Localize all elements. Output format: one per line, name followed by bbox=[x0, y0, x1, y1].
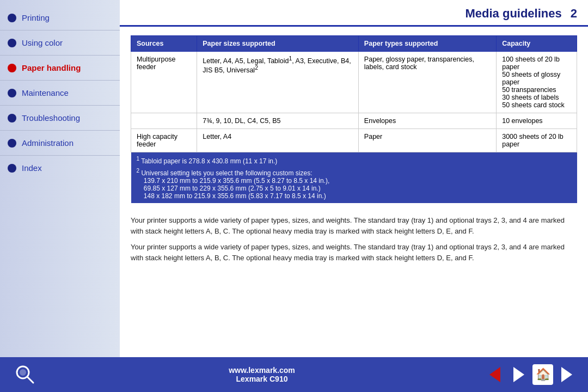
sidebar-item-index[interactable]: Index bbox=[0, 156, 120, 180]
home-icon: 🏠 bbox=[536, 367, 550, 382]
table-row-multipurpose: Multipurpose feeder Letter, A4, A5, Lega… bbox=[131, 52, 577, 113]
sidebar-label-paper-handling: Paper handling bbox=[22, 63, 81, 72]
footnote-2: 2 Universal setting lets you select the … bbox=[137, 168, 572, 200]
col-header-sources: Sources bbox=[131, 36, 197, 52]
cell-sizes-2: 7¾, 9, 10, DL, C4, C5, B5 bbox=[197, 113, 359, 129]
body-text: Your printer supports a wide variety of … bbox=[120, 209, 588, 270]
sidebar-dot-printing bbox=[8, 14, 16, 22]
page-title: Media guidelines bbox=[465, 7, 561, 21]
table-row-envelopes: 7¾, 9, 10, DL, C4, C5, B5 Envelopes 10 e… bbox=[131, 113, 577, 129]
nav-next-small-button[interactable] bbox=[509, 364, 529, 385]
footnote-cell: 1 Tabloid paper is 278.8 x 430.8 mm (11 … bbox=[131, 152, 577, 204]
svg-line-1 bbox=[27, 377, 33, 383]
footer-navigation: 🏠 bbox=[485, 364, 577, 385]
table-container: Sources Paper sizes supported Paper type… bbox=[120, 27, 588, 209]
prev-arrow-icon bbox=[489, 367, 500, 382]
sidebar-label-administration: Administration bbox=[22, 138, 74, 148]
table-row-high-capacity: High capacity feeder Letter, A4 Paper 30… bbox=[131, 129, 577, 152]
nav-home-button[interactable]: 🏠 bbox=[532, 364, 553, 385]
cell-source-1: Multipurpose feeder bbox=[131, 52, 197, 113]
sidebar-item-printing[interactable]: Printing bbox=[0, 5, 120, 30]
footnote-1: 1 Tabloid paper is 278.8 x 430.8 mm (11 … bbox=[137, 156, 572, 165]
cell-source-2 bbox=[131, 113, 197, 129]
sidebar-dot-troubleshooting bbox=[8, 114, 16, 122]
cell-sizes-1: Letter, A4, A5, Legal, Tabloid1, A3, Exe… bbox=[197, 52, 359, 113]
page-number: 2 bbox=[571, 7, 577, 21]
cell-types-2: Envelopes bbox=[358, 113, 496, 129]
cell-types-1: Paper, glossy paper, transparencies, lab… bbox=[358, 52, 496, 113]
sidebar-label-printing: Printing bbox=[22, 13, 50, 22]
sidebar-label-index: Index bbox=[22, 163, 42, 173]
sidebar: Printing Using color Paper handling Main… bbox=[0, 0, 120, 357]
content-area: Media guidelines 2 Sources Paper sizes s… bbox=[120, 0, 588, 357]
footer-url: www.lexmark.com bbox=[229, 366, 295, 375]
footer-center: www.lexmark.com Lexmark C910 bbox=[229, 366, 295, 383]
footer: www.lexmark.com Lexmark C910 🏠 bbox=[0, 357, 588, 392]
sidebar-item-paper-handling[interactable]: Paper handling bbox=[0, 56, 120, 81]
footer-search-button[interactable] bbox=[11, 363, 39, 387]
next-arrow-icon bbox=[561, 367, 572, 382]
sidebar-label-troubleshooting: Troubleshooting bbox=[22, 113, 80, 122]
sidebar-item-using-color[interactable]: Using color bbox=[0, 30, 120, 56]
search-icon bbox=[14, 363, 36, 386]
col-header-types: Paper types supported bbox=[358, 36, 496, 52]
sidebar-item-maintenance[interactable]: Maintenance bbox=[0, 81, 120, 106]
col-header-capacity: Capacity bbox=[497, 36, 577, 52]
col-header-sizes: Paper sizes supported bbox=[197, 36, 359, 52]
page-header: Media guidelines 2 bbox=[120, 0, 588, 27]
cell-sizes-3: Letter, A4 bbox=[197, 129, 359, 152]
sidebar-dot-paper-handling bbox=[8, 64, 16, 72]
sidebar-dot-index bbox=[8, 164, 16, 173]
sidebar-dot-using-color bbox=[8, 39, 16, 47]
nav-prev-button[interactable] bbox=[485, 364, 505, 385]
sidebar-label-maintenance: Maintenance bbox=[22, 88, 69, 97]
body-paragraph-1: Your printer supports a wide variety of … bbox=[131, 215, 577, 236]
sidebar-item-administration[interactable]: Administration bbox=[0, 131, 120, 156]
footnote-row: 1 Tabloid paper is 278.8 x 430.8 mm (11 … bbox=[131, 152, 577, 204]
sidebar-label-using-color: Using color bbox=[22, 38, 63, 47]
svg-point-2 bbox=[20, 369, 26, 376]
cell-types-3: Paper bbox=[358, 129, 496, 152]
media-table: Sources Paper sizes supported Paper type… bbox=[131, 35, 577, 203]
cell-capacity-2: 10 envelopes bbox=[497, 113, 577, 129]
sidebar-item-troubleshooting[interactable]: Troubleshooting bbox=[0, 106, 120, 131]
sidebar-dot-administration bbox=[8, 139, 16, 148]
footer-model: Lexmark C910 bbox=[229, 375, 295, 383]
cell-capacity-3: 3000 sheets of 20 lb paper bbox=[497, 129, 577, 152]
next-small-arrow-icon bbox=[513, 367, 524, 382]
cell-source-3: High capacity feeder bbox=[131, 129, 197, 152]
nav-next-button[interactable] bbox=[556, 364, 577, 385]
sidebar-dot-maintenance bbox=[8, 89, 16, 97]
body-paragraph-2: Your printer supports a wide variety of … bbox=[131, 242, 577, 263]
cell-capacity-1: 100 sheets of 20 lb paper 50 sheets of g… bbox=[497, 52, 577, 113]
